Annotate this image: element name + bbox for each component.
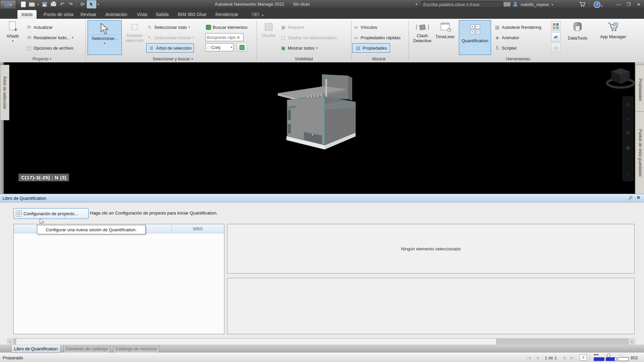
quantification-icon: +−×=	[470, 24, 480, 34]
restore-button[interactable]: ❐	[624, 1, 633, 8]
sheet-browser-button[interactable]: ≣	[580, 354, 587, 361]
zoom-icon[interactable]: ⊕	[626, 130, 630, 136]
quantification-button[interactable]: +−×= Quantification	[459, 20, 491, 55]
arbol-seleccion-button[interactable]: ≣Árbol de selección	[146, 43, 194, 53]
scripter-button[interactable]: §Scripter	[494, 44, 517, 52]
group-label-herramientas: Herramientas	[496, 56, 540, 62]
datatools-button[interactable]: DataTools	[567, 20, 588, 41]
arbol-seleccion-panel-tab[interactable]: Árbol de selección	[0, 65, 9, 120]
help-dropdown[interactable]: ▾	[601, 3, 603, 8]
scroll-left-button[interactable]: ‹	[7, 338, 13, 345]
horizontal-scrollbar[interactable]: ‹ ›	[7, 338, 635, 345]
animator-button[interactable]: ◈Animator	[494, 34, 519, 41]
refresh-button[interactable]: ⟳	[78, 1, 87, 8]
pan-hand-icon[interactable]: +	[627, 116, 630, 121]
conj-dropdown[interactable]: ▢ Conj ▾	[205, 43, 233, 51]
redo-button[interactable]: ↷	[66, 1, 75, 8]
nav-first-button[interactable]: |◀	[527, 355, 531, 360]
tab-revisar[interactable]: Revisar	[76, 10, 100, 19]
tab-vista[interactable]: Vista	[133, 10, 151, 19]
tab-renderizar[interactable]: Renderizar	[211, 10, 242, 19]
puntos-vista-panel-tab[interactable]: Puntos de vista guardados	[635, 111, 644, 194]
close-button[interactable]: ✕	[634, 1, 643, 8]
app-store-cart-icon[interactable]	[579, 1, 586, 7]
ribbon-collapse-dropdown[interactable]: ▾	[262, 12, 264, 17]
group-label-proyecto[interactable]: Proyecto▾	[13, 56, 70, 62]
tab-punto-de-vista[interactable]: Punto de vista	[40, 10, 77, 19]
appearance-profiler-button[interactable]	[551, 21, 560, 31]
timeliner-button[interactable]: TimeLiner	[434, 20, 456, 39]
search-expand-icon[interactable]: ▸	[416, 2, 418, 6]
help-button[interactable]: ?	[594, 1, 600, 8]
quick-find-input[interactable]	[206, 35, 236, 40]
open-file-button[interactable]	[28, 1, 36, 8]
compare-button[interactable]: ▤	[551, 43, 560, 52]
manage-sets-button[interactable]	[237, 43, 247, 52]
navisworks-logo[interactable]: N▾	[0, 0, 16, 9]
search-input[interactable]	[421, 1, 502, 8]
view-cube[interactable]	[605, 66, 636, 90]
mostrar-todos-button[interactable]: ▣Mostrar todos ▾	[280, 44, 318, 52]
seleccionar-mismo-button[interactable]: ↖Seleccionar mismo ▾	[147, 34, 194, 41]
navbar-more-icon[interactable]: ▾	[627, 173, 629, 176]
undo-button[interactable]: ↶	[58, 1, 66, 8]
requerir-button[interactable]: ▣Requerir	[280, 23, 305, 31]
quantification-item-table[interactable]: WBS	[13, 224, 224, 334]
nav-last-button[interactable]: ▶|	[570, 355, 574, 360]
anadir-button[interactable]: + Añadir ▾	[5, 20, 21, 44]
restablecer-todo-button[interactable]: ⟲Restablecer todo... ▾	[26, 34, 73, 41]
model-tower-side	[348, 76, 352, 101]
search-binoculars-icon[interactable]	[504, 2, 510, 6]
nav-prev-button[interactable]: ◀	[536, 355, 539, 360]
batch-utility-button[interactable]: ⇄	[551, 32, 560, 42]
scroll-right-button[interactable]: ›	[629, 338, 635, 345]
new-file-button[interactable]	[19, 1, 28, 8]
open-file-dropdown[interactable]: ▾	[36, 1, 40, 8]
tab-catalogo-recursos[interactable]: Catálogo de recursos	[113, 345, 159, 353]
save-button[interactable]	[40, 1, 49, 8]
ribbon-collapse-button[interactable]: ▴	[251, 12, 260, 16]
column-header-wbs[interactable]: WBS	[171, 224, 224, 233]
cursor-arrow-icon	[90, 2, 94, 7]
scrollbar-thumb[interactable]	[16, 338, 497, 345]
select-tool-button[interactable]	[87, 0, 96, 8]
select-tool-dropdown[interactable]: ▾	[96, 1, 100, 8]
steering-wheel-icon[interactable]: ◎	[626, 101, 630, 107]
panel-close-icon[interactable]: ✕	[637, 195, 640, 200]
nav-next-button[interactable]: ▶	[564, 355, 567, 360]
group-label-seleccionar[interactable]: Seleccionar y buscar▾	[127, 56, 218, 62]
seleccionar-button[interactable]: Seleccionar... ▾	[88, 20, 122, 55]
minimize-button[interactable]: —	[614, 1, 623, 8]
pin-icon[interactable]	[628, 196, 633, 200]
autodesk-rendering-button[interactable]: ▨Autodesk Rendering	[494, 23, 541, 31]
seleccionar-todo-button[interactable]: ↖Seleccionar todo ▾	[147, 23, 190, 31]
tab-salida[interactable]: Salida	[152, 10, 173, 19]
user-avatar-icon[interactable]	[513, 2, 518, 6]
vinculos-button[interactable]: ∞Vínculos	[353, 23, 377, 31]
buscar-elementos-button[interactable]: Buscar elementos	[206, 23, 248, 31]
guardar-seleccion-button[interactable]: ▢ Guardar selección	[124, 20, 145, 43]
3d-building-model[interactable]	[275, 67, 369, 158]
print-button[interactable]	[49, 1, 58, 8]
panel-header[interactable]: Libro de Quantification ✕	[0, 194, 644, 202]
look-around-icon[interactable]: ◌	[627, 159, 630, 165]
tab-animacion[interactable]: Animación	[101, 10, 131, 19]
opciones-archivo-button[interactable]: ▢Opciones de archivo	[26, 44, 73, 52]
propiedades-panel-tab[interactable]: Propiedades	[635, 65, 644, 115]
actualizar-button[interactable]: ⟳Actualizar	[26, 23, 53, 31]
tab-libro-quantification[interactable]: Libro de Quantification	[11, 345, 61, 353]
quick-find-search-icon[interactable]: ⊕	[236, 35, 240, 40]
tab-elemento-catalogo[interactable]: Elemento de catálogo	[63, 345, 110, 353]
app-manager-button[interactable]: App Manager	[598, 20, 629, 39]
propiedades-rapidas-button[interactable]: ▭Propiedades rápidas	[353, 34, 400, 41]
configuracion-proyecto-button[interactable]: Configuración de proyecto...	[13, 208, 89, 219]
tab-inicio[interactable]: Inicio	[17, 10, 37, 19]
tab-bim-360-glue[interactable]: BIM 360 Glue	[174, 10, 211, 19]
propiedades-button[interactable]: ▤Propiedades	[352, 43, 390, 53]
navigation-bar[interactable]: ◎ + ⊕ ◉ ◌ ▾	[623, 97, 633, 181]
account-menu[interactable]: rodolfo_reyesc ▾	[521, 2, 553, 7]
ocultar-no-seleccionados-button[interactable]: ▢Ocultar no seleccionados	[280, 34, 337, 41]
clash-detective-button[interactable]: Clash Detective	[412, 20, 433, 43]
ocultar-button[interactable]: ▧ Ocultar	[260, 20, 277, 38]
orbit-icon[interactable]: ◉	[626, 144, 630, 150]
